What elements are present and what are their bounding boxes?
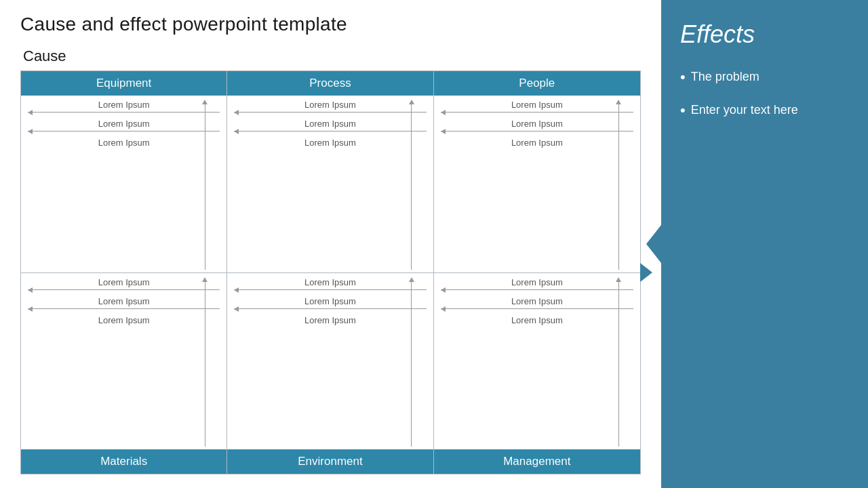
arrow-line — [227, 289, 433, 290]
arrow-shaft — [205, 104, 205, 270]
effect-item-text: The problem — [691, 68, 760, 86]
arrow-shaft — [618, 282, 619, 447]
col-header-process: Process — [227, 71, 433, 96]
bullet-icon: • — [680, 68, 686, 87]
vertical-arrow — [616, 100, 621, 270]
effect-item-text: Enter your text here — [691, 101, 798, 119]
list-item: Lorem Ipsum — [227, 115, 433, 134]
vertical-arrow — [616, 277, 621, 447]
effects-title: Effects — [680, 20, 849, 49]
item-text: Lorem Ipsum — [21, 136, 226, 149]
arrow-line — [21, 131, 226, 131]
list-item: Lorem Ipsum — [227, 292, 433, 311]
arrow-line — [21, 112, 226, 113]
item-text: Lorem Ipsum — [434, 98, 640, 111]
arrow-left — [441, 131, 633, 131]
bottom-half-equipment: Lorem Ipsum Lorem Ipsum Lorem Ipsum — [21, 273, 226, 450]
list-item: Lorem Ipsum — [434, 292, 640, 311]
item-text: Lorem Ipsum — [434, 276, 640, 289]
arrow-line — [434, 112, 640, 113]
arrow-line — [21, 308, 226, 309]
col-footer-management: Management — [434, 449, 640, 474]
column-people: People Lorem Ipsum Lorem Ipsum Lorem Ips… — [434, 71, 640, 474]
item-text: Lorem Ipsum — [227, 117, 433, 130]
item-text: Lorem Ipsum — [227, 136, 433, 149]
list-item: Lorem Ipsum — [21, 115, 226, 134]
vertical-arrow — [202, 100, 208, 270]
column-equipment: Equipment Lorem Ipsum Lorem Ipsum Lorem … — [21, 71, 227, 474]
arrow-tip — [409, 277, 414, 282]
item-text: Lorem Ipsum — [434, 314, 640, 327]
arrow-left — [28, 308, 220, 309]
list-item: Lorem Ipsum — [227, 96, 433, 115]
list-item: Lorem Ipsum — [227, 134, 433, 150]
list-item: • The problem — [680, 68, 849, 87]
item-text: Lorem Ipsum — [21, 117, 226, 130]
col-body-equipment: Lorem Ipsum Lorem Ipsum Lorem Ipsum — [21, 96, 226, 449]
item-text: Lorem Ipsum — [227, 314, 433, 327]
arrow-shaft — [411, 104, 412, 270]
top-half-equipment: Lorem Ipsum Lorem Ipsum Lorem Ipsum — [21, 96, 226, 273]
arrow-line — [434, 308, 640, 309]
col-header-people: People — [434, 71, 640, 96]
list-item: Lorem Ipsum — [434, 96, 640, 115]
arrow-left — [28, 112, 220, 113]
list-item: • Enter your text here — [680, 101, 849, 121]
item-text: Lorem Ipsum — [21, 314, 226, 327]
vertical-arrow — [409, 100, 414, 270]
arrow-tip — [409, 100, 414, 104]
bullet-icon: • — [680, 101, 686, 121]
list-item: Lorem Ipsum — [434, 311, 640, 328]
col-body-process: Lorem Ipsum Lorem Ipsum Lorem Ipsum — [227, 96, 433, 449]
list-item: Lorem Ipsum — [21, 96, 226, 115]
arrow-tip — [202, 100, 208, 104]
item-text: Lorem Ipsum — [434, 136, 640, 149]
arrow-line — [227, 308, 433, 309]
arrow-tip — [616, 100, 621, 104]
page-title: Cause and effect powerpoint template — [20, 14, 641, 35]
item-text: Lorem Ipsum — [227, 98, 433, 111]
item-text: Lorem Ipsum — [21, 98, 226, 111]
effects-list: • The problem • Enter your text here — [680, 68, 849, 134]
item-text: Lorem Ipsum — [434, 295, 640, 308]
arrow-left — [234, 308, 426, 309]
item-text: Lorem Ipsum — [227, 276, 433, 289]
list-item: Lorem Ipsum — [21, 273, 226, 292]
vertical-arrow — [409, 277, 414, 447]
fishbone-table: Equipment Lorem Ipsum Lorem Ipsum Lorem … — [20, 70, 641, 474]
list-item: Lorem Ipsum — [21, 311, 226, 328]
list-item: Lorem Ipsum — [434, 273, 640, 292]
item-text: Lorem Ipsum — [434, 117, 640, 130]
list-item: Lorem Ipsum — [227, 273, 433, 292]
list-item: Lorem Ipsum — [21, 134, 226, 150]
vertical-arrow — [202, 277, 208, 447]
arrow-left — [234, 131, 426, 131]
list-item: Lorem Ipsum — [434, 115, 640, 134]
col-footer-environment: Environment — [227, 449, 433, 474]
col-header-equipment: Equipment — [21, 71, 226, 96]
item-text: Lorem Ipsum — [227, 295, 433, 308]
arrow-line — [227, 112, 433, 113]
column-process: Process Lorem Ipsum Lorem Ipsum Lorem Ip… — [227, 71, 433, 474]
effects-panel: Effects • The problem • Enter your text … — [661, 0, 868, 488]
bottom-half-people: Lorem Ipsum Lorem Ipsum Lorem Ipsum — [434, 273, 640, 450]
main-content: Cause and effect powerpoint template Cau… — [0, 0, 661, 488]
item-text: Lorem Ipsum — [21, 295, 226, 308]
arrow-shaft — [618, 104, 619, 270]
col-footer-materials: Materials — [21, 449, 226, 474]
list-item: Lorem Ipsum — [434, 134, 640, 150]
arrow-tip — [616, 277, 621, 282]
bottom-half-process: Lorem Ipsum Lorem Ipsum Lorem Ipsum — [227, 273, 433, 450]
arrow-left — [28, 289, 220, 290]
arrow-left — [234, 289, 426, 290]
arrow-left — [441, 308, 633, 309]
arrow-left — [441, 289, 633, 290]
arrow-left — [234, 112, 426, 113]
arrow-left — [441, 112, 633, 113]
list-item: Lorem Ipsum — [227, 311, 433, 328]
top-half-people: Lorem Ipsum Lorem Ipsum Lorem Ipsum — [434, 96, 640, 273]
arrow-line — [21, 289, 226, 290]
col-body-people: Lorem Ipsum Lorem Ipsum Lorem Ipsum — [434, 96, 640, 449]
item-text: Lorem Ipsum — [21, 276, 226, 289]
list-item: Lorem Ipsum — [21, 292, 226, 311]
